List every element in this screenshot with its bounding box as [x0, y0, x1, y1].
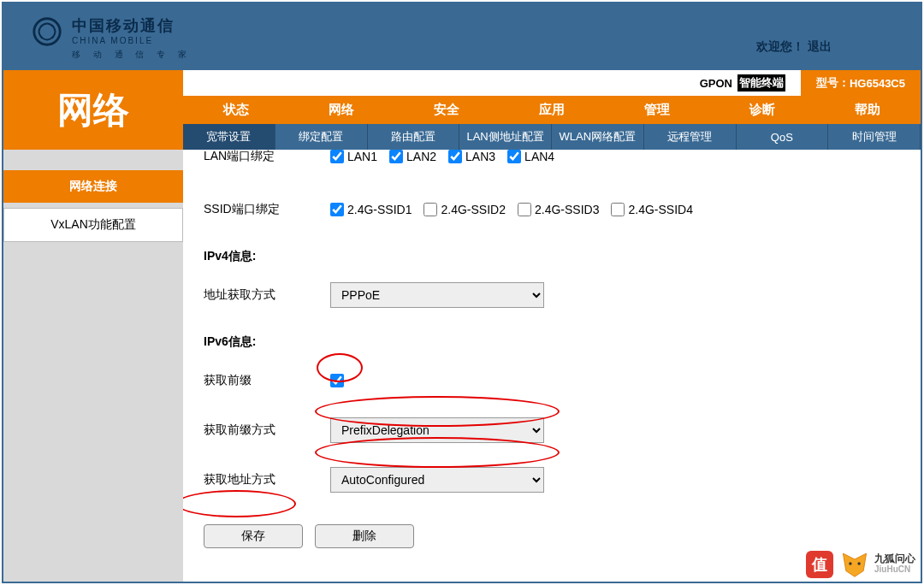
- main-nav: 状态 网络 安全 应用 管理 诊断 帮助: [183, 96, 921, 124]
- ssid1-label: 2.4G-SSID1: [347, 203, 412, 216]
- ssid4-label: 2.4G-SSID4: [628, 203, 692, 216]
- sidebar: 网络连接 VxLAN功能配置: [3, 150, 183, 582]
- prefix-mode-label: 获取前缀方式: [204, 422, 330, 438]
- watermark: 值 九狐问心 JiuHuCN: [806, 549, 915, 578]
- brand-name-en: CHINA MOBILE: [72, 36, 192, 45]
- nav-help[interactable]: 帮助: [815, 96, 921, 124]
- lan4-label: LAN4: [524, 150, 554, 163]
- nav-status[interactable]: 状态: [183, 96, 288, 124]
- lan-bind-label: LAN端口绑定: [204, 150, 330, 164]
- get-prefix-checkbox[interactable]: [330, 374, 344, 387]
- watermark-en: JiuHuCN: [874, 564, 915, 574]
- ssid2-checkbox[interactable]: [424, 203, 437, 216]
- lan2-checkbox[interactable]: [389, 150, 403, 163]
- content-panel[interactable]: LAN端口绑定 LAN1 LAN2 LAN3 LAN4 SSID端口绑定 2.4…: [183, 150, 921, 582]
- subnav-lan-addr[interactable]: LAN侧地址配置: [459, 124, 552, 150]
- ipv4-section-title: IPv4信息:: [204, 249, 900, 264]
- nav-application[interactable]: 应用: [499, 96, 604, 124]
- subnav-remote[interactable]: 远程管理: [644, 124, 737, 150]
- china-mobile-icon: [31, 15, 63, 48]
- ssid3-label: 2.4G-SSID3: [535, 203, 599, 216]
- nav-network[interactable]: 网络: [288, 96, 394, 124]
- lan4-checkbox[interactable]: [507, 150, 521, 163]
- page-title: 网络: [57, 86, 129, 134]
- addr-mode-label: 地址获取方式: [204, 287, 330, 303]
- get-prefix-label: 获取前缀: [204, 373, 330, 388]
- sidebar-item-network-conn[interactable]: 网络连接: [3, 170, 183, 203]
- sidebar-item-vxlan[interactable]: VxLAN功能配置: [3, 208, 183, 242]
- welcome-text: 欢迎您！退出: [756, 39, 832, 55]
- subnav-binding[interactable]: 绑定配置: [275, 124, 368, 150]
- svg-point-2: [857, 562, 860, 564]
- ssid-bind-label: SSID端口绑定: [204, 202, 330, 217]
- ssid1-checkbox[interactable]: [330, 203, 344, 216]
- lan1-label: LAN1: [347, 150, 377, 163]
- header-bar: 中国移动通信 CHINA MOBILE 移 动 通 信 专 家 欢迎您！退出: [3, 3, 921, 70]
- nav-management[interactable]: 管理: [605, 96, 710, 124]
- page-title-box: 网络: [3, 70, 183, 150]
- delete-button[interactable]: 删除: [315, 524, 414, 548]
- lan1-checkbox[interactable]: [330, 150, 344, 163]
- device-type-label: GPON: [700, 77, 732, 90]
- brand-name-cn: 中国移动通信: [72, 15, 192, 36]
- lan3-checkbox[interactable]: [448, 150, 462, 163]
- lan2-label: LAN2: [406, 150, 436, 163]
- model-value: HG6543C5: [850, 77, 905, 90]
- watermark-fox-icon: [840, 549, 869, 578]
- svg-point-1: [849, 562, 851, 564]
- subnav-qos[interactable]: QoS: [737, 124, 829, 150]
- sub-nav: 宽带设置 绑定配置 路由配置 LAN侧地址配置 WLAN网络配置 远程管理 Qo…: [183, 124, 921, 150]
- watermark-zhi-icon: 值: [806, 551, 833, 578]
- ssid2-label: 2.4G-SSID2: [441, 203, 505, 216]
- addr-mode6-label: 获取地址方式: [204, 472, 330, 488]
- logout-link[interactable]: 退出: [808, 39, 832, 53]
- svg-point-0: [34, 19, 60, 44]
- save-button[interactable]: 保存: [204, 524, 303, 548]
- subnav-routing[interactable]: 路由配置: [368, 124, 460, 150]
- ipv6-section-title: IPv6信息:: [204, 334, 900, 350]
- watermark-cn: 九狐问心: [874, 553, 915, 564]
- addr-mode6-select[interactable]: AutoConfigured: [330, 467, 544, 493]
- subnav-time[interactable]: 时间管理: [828, 124, 921, 150]
- subnav-broadband[interactable]: 宽带设置: [183, 124, 275, 150]
- model-label: 型号：: [816, 75, 850, 91]
- device-type-suffix: 智能终端: [737, 74, 785, 92]
- welcome-greeting: 欢迎您！: [756, 39, 804, 53]
- ssid3-checkbox[interactable]: [518, 203, 531, 216]
- lan3-label: LAN3: [465, 150, 495, 163]
- brand-logo: 中国移动通信 CHINA MOBILE 移 动 通 信 专 家: [31, 15, 192, 61]
- device-info-row: GPON 智能终端 型号： HG6543C5: [183, 70, 921, 96]
- ssid4-checkbox[interactable]: [611, 203, 625, 216]
- nav-security[interactable]: 安全: [394, 96, 499, 124]
- addr-mode-select[interactable]: PPPoE: [330, 282, 544, 308]
- prefix-mode-select[interactable]: PrefixDelegation: [330, 417, 544, 443]
- brand-subtitle: 移 动 通 信 专 家: [72, 49, 192, 61]
- subnav-wlan[interactable]: WLAN网络配置: [552, 124, 644, 150]
- nav-diagnosis[interactable]: 诊断: [710, 96, 815, 124]
